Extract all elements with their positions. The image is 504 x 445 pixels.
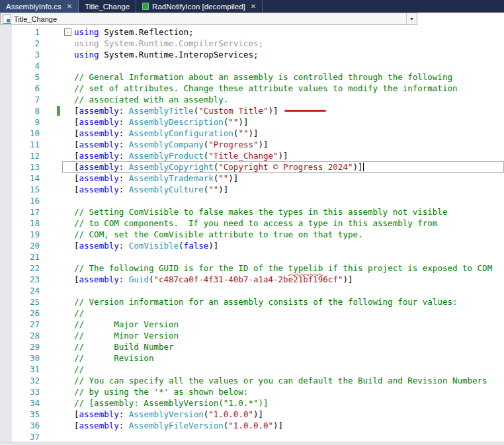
- code-line-1[interactable]: 1-using System.Reflection;: [0, 26, 504, 38]
- code-line-text[interactable]: // Build Number: [62, 341, 504, 352]
- code-line-18[interactable]: 18// to COM components. If you need to a…: [0, 218, 504, 229]
- code-line-text[interactable]: [assembly: AssemblyCopyright("Copyright …: [62, 161, 504, 173]
- code-line-12[interactable]: 12[assembly: AssemblyProduct("Title_Chan…: [0, 150, 504, 161]
- code-line-26[interactable]: 26//: [0, 307, 504, 319]
- code-line-text[interactable]: // set of attributes. Change these attri…: [62, 83, 504, 94]
- code-line-text[interactable]: //: [62, 307, 504, 319]
- code-line-text[interactable]: // associated with an assembly.: [62, 94, 504, 105]
- code-line-text[interactable]: [assembly: AssemblyTitle("Custom Title")…: [62, 105, 504, 116]
- code-line-28[interactable]: 28// Minor Version: [0, 330, 504, 341]
- code-line-text[interactable]: [assembly: AssemblyConfiguration("")]: [62, 128, 504, 139]
- code-line-text[interactable]: [assembly: AssemblyTrademark("")]: [62, 173, 504, 184]
- line-number: 2: [0, 38, 40, 49]
- code-line-text[interactable]: // General Information about an assembly…: [62, 71, 504, 83]
- tab-assemblyinfo-cs[interactable]: AssemblyInfo.cs ✕: [0, 0, 79, 13]
- code-line-33[interactable]: 33// by using the '*' as shown below:: [0, 386, 504, 397]
- code-line-text[interactable]: [assembly: AssemblyDescription("")]: [62, 116, 504, 128]
- code-line-17[interactable]: 17// Setting ComVisible to false makes t…: [0, 206, 504, 218]
- code-line-23[interactable]: 23[assembly: Guid("c487ca0f-4f31-40b7-a1…: [0, 274, 504, 285]
- code-line-2[interactable]: 2using System.Runtime.CompilerServices;: [0, 38, 504, 49]
- code-line-text[interactable]: [62, 431, 504, 442]
- code-line-3[interactable]: 3using System.Runtime.InteropServices;: [0, 49, 504, 60]
- code-editor[interactable]: 1-using System.Reflection;2using System.…: [0, 25, 504, 442]
- code-token: [: [74, 421, 79, 430]
- close-icon[interactable]: ✕: [67, 3, 72, 10]
- code-line-text[interactable]: // The following GUID is for the ID of t…: [62, 263, 504, 274]
- code-line-34[interactable]: 34// [assembly: AssemblyVersion("1.0.*")…: [0, 397, 504, 409]
- change-margin: [40, 38, 62, 49]
- code-line-text[interactable]: // by using the '*' as shown below:: [62, 386, 504, 397]
- code-line-32[interactable]: 32// You can specify all the values or y…: [0, 375, 504, 386]
- code-line-7[interactable]: 7// associated with an assembly.: [0, 94, 504, 105]
- csharp-project-icon: [3, 15, 11, 24]
- code-line-29[interactable]: 29// Build Number: [0, 341, 504, 352]
- code-line-10[interactable]: 10[assembly: AssemblyConfiguration("")]: [0, 128, 504, 139]
- tab-radnotifyicon-decompiled[interactable]: RadNotifyIcon [decompiled] ✕: [136, 0, 263, 13]
- tab-title-change[interactable]: Title_Change: [79, 0, 136, 13]
- line-number: 1: [0, 26, 40, 38]
- code-line-text[interactable]: // Revision: [62, 352, 504, 364]
- code-line-20[interactable]: 20[assembly: ComVisible(false)]: [0, 240, 504, 251]
- code-line-16[interactable]: 16: [0, 195, 504, 206]
- code-line-text[interactable]: [62, 60, 504, 71]
- code-line-text[interactable]: [62, 285, 504, 296]
- code-line-text[interactable]: [assembly: Guid("c487ca0f-4f31-40b7-a1a4…: [62, 274, 504, 285]
- code-line-text[interactable]: [assembly: AssemblyProduct("Title_Change…: [62, 150, 504, 161]
- line-number: 26: [0, 307, 40, 319]
- code-token: :: [119, 128, 129, 138]
- code-line-5[interactable]: 5// General Information about an assembl…: [0, 71, 504, 83]
- code-line-text[interactable]: //: [62, 364, 504, 375]
- code-line-4[interactable]: 4: [0, 60, 504, 71]
- code-line-text[interactable]: // You can specify all the values or you…: [62, 375, 504, 386]
- close-icon[interactable]: ✕: [251, 3, 256, 10]
- code-line-14[interactable]: 14[assembly: AssemblyTrademark("")]: [0, 173, 504, 184]
- code-line-8[interactable]: 8[assembly: AssemblyTitle("Custom Title"…: [0, 105, 504, 116]
- code-line-text[interactable]: // COM, set the ComVisible attribute to …: [62, 229, 504, 240]
- code-line-text[interactable]: [62, 195, 504, 206]
- code-token: :: [119, 162, 129, 172]
- chevron-down-icon[interactable]: ▾: [406, 13, 417, 24]
- code-line-25[interactable]: 25// Version information for an assembly…: [0, 296, 504, 307]
- code-line-13[interactable]: 13[assembly: AssemblyCopyright("Copyrigh…: [0, 161, 504, 173]
- code-line-9[interactable]: 9[assembly: AssemblyDescription("")]: [0, 116, 504, 128]
- code-line-31[interactable]: 31//: [0, 364, 504, 375]
- collapse-region-icon[interactable]: -: [64, 28, 71, 36]
- code-line-text[interactable]: // Major Version: [62, 319, 504, 330]
- code-line-30[interactable]: 30// Revision: [0, 352, 504, 364]
- code-line-text[interactable]: [assembly: AssemblyCompany("Progress")]: [62, 139, 504, 150]
- code-line-19[interactable]: 19// COM, set the ComVisible attribute t…: [0, 229, 504, 240]
- code-line-21[interactable]: 21: [0, 251, 504, 263]
- code-token: System.Reflection;: [99, 27, 194, 37]
- code-line-text[interactable]: // Minor Version: [62, 330, 504, 341]
- project-dropdown[interactable]: Title_Change ▾: [0, 13, 417, 25]
- code-line-22[interactable]: 22// The following GUID is for the ID of…: [0, 263, 504, 274]
- code-token: // The following GUID is for the ID of t…: [74, 263, 288, 273]
- horizontal-scrollbar[interactable]: [0, 442, 504, 445]
- code-line-text[interactable]: [assembly: AssemblyCulture("")]: [62, 184, 504, 195]
- line-number: 13: [0, 161, 40, 173]
- code-line-27[interactable]: 27// Major Version: [0, 319, 504, 330]
- code-line-15[interactable]: 15[assembly: AssemblyCulture("")]: [0, 184, 504, 195]
- code-line-text[interactable]: [assembly: AssemblyFileVersion("1.0.0.0"…: [62, 420, 504, 431]
- code-line-text[interactable]: // to COM components. If you need to acc…: [62, 218, 504, 229]
- code-line-text[interactable]: using System.Runtime.CompilerServices;: [62, 38, 504, 49]
- code-token: )]: [228, 173, 238, 183]
- code-line-text[interactable]: // Setting ComVisible to false makes the…: [62, 206, 504, 218]
- code-line-37[interactable]: 37: [0, 431, 504, 442]
- code-line-text[interactable]: // Version information for an assembly c…: [62, 296, 504, 307]
- code-line-35[interactable]: 35[assembly: AssemblyVersion("1.0.0.0")]: [0, 409, 504, 420]
- code-line-text[interactable]: [62, 251, 504, 263]
- code-line-24[interactable]: 24: [0, 285, 504, 296]
- code-token: "Progress": [208, 140, 258, 149]
- code-line-text[interactable]: // [assembly: AssemblyVersion("1.0.*")]: [62, 397, 504, 409]
- code-line-text[interactable]: -using System.Reflection;: [62, 26, 504, 38]
- code-token: :: [119, 409, 129, 419]
- code-line-text[interactable]: [assembly: ComVisible(false)]: [62, 240, 504, 251]
- change-margin: [40, 431, 62, 442]
- code-line-6[interactable]: 6// set of attributes. Change these attr…: [0, 83, 504, 94]
- code-line-text[interactable]: [assembly: AssemblyVersion("1.0.0.0")]: [62, 409, 504, 420]
- code-line-11[interactable]: 11[assembly: AssemblyCompany("Progress")…: [0, 139, 504, 150]
- line-number: 6: [0, 83, 40, 94]
- code-line-36[interactable]: 36[assembly: AssemblyFileVersion("1.0.0.…: [0, 420, 504, 431]
- code-line-text[interactable]: using System.Runtime.InteropServices;: [62, 49, 504, 60]
